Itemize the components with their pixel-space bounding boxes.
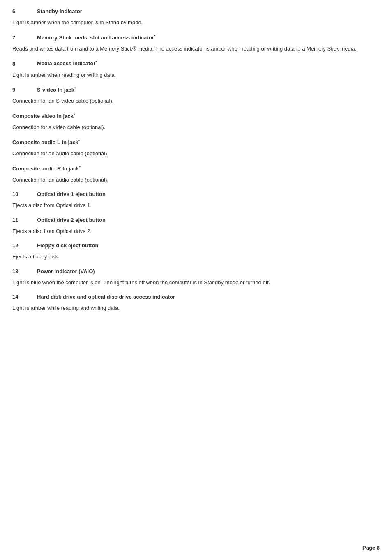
section-body-9: Connection for an S-video cable (optiona… — [12, 97, 380, 105]
section-body-14: Light is amber while reading and writing… — [12, 304, 380, 312]
section-number-12: 12 — [12, 242, 37, 249]
section-header-12: 12Floppy disk eject button — [12, 242, 380, 249]
section-body-10: Ejects a disc from Optical drive 1. — [12, 201, 380, 210]
section-header-6: 6Standby indicator — [12, 8, 380, 14]
section-6: 6Standby indicatorLight is amber when th… — [12, 8, 380, 27]
section-body-composite-audio-l: Connection for an audio cable (optional)… — [12, 150, 380, 158]
section-composite-audio-r: Composite audio R In jack*Connection for… — [12, 165, 380, 184]
section-composite-audio-l: Composite audio L In jack*Connection for… — [12, 139, 380, 158]
section-title-14: Hard disk drive and optical disc drive a… — [37, 294, 175, 300]
section-body-composite-video: Connection for a video cable (optional). — [12, 123, 380, 131]
section-title-7: Memory Stick media slot and access indic… — [37, 34, 155, 41]
section-body-7: Reads and writes data from and to a Memo… — [12, 45, 380, 53]
section-header-14: 14Hard disk drive and optical disc drive… — [12, 294, 380, 300]
page-content: 6Standby indicatorLight is amber when th… — [0, 0, 392, 336]
section-body-11: Ejects a disc from Optical drive 2. — [12, 227, 380, 235]
section-header-11: 11Optical drive 2 eject button — [12, 217, 380, 223]
section-number-6: 6 — [12, 8, 37, 14]
section-number-7: 7 — [12, 35, 37, 41]
section-header-10: 10Optical drive 1 eject button — [12, 191, 380, 197]
section-number-8: 8 — [12, 61, 37, 67]
section-header-composite-audio-r: Composite audio R In jack* — [12, 165, 380, 172]
section-body-6: Light is amber when the computer is in S… — [12, 18, 380, 27]
section-composite-video: Composite video In jack*Connection for a… — [12, 113, 380, 131]
section-header-13: 13Power indicator (VAIO) — [12, 268, 380, 274]
section-title-9: S-video In jack* — [37, 86, 76, 93]
section-title-6: Standby indicator — [37, 8, 82, 14]
section-13: 13Power indicator (VAIO)Light is blue wh… — [12, 268, 380, 287]
section-header-8: 8Media access indicator* — [12, 60, 380, 67]
section-body-12: Ejects a floppy disk. — [12, 253, 380, 261]
page-number: Page 8 — [362, 545, 380, 551]
section-header-9: 9S-video In jack* — [12, 86, 380, 93]
sections-container: 6Standby indicatorLight is amber when th… — [12, 8, 380, 312]
section-header-composite-audio-l: Composite audio L In jack* — [12, 139, 380, 145]
section-title-13: Power indicator (VAIO) — [37, 268, 95, 274]
section-number-11: 11 — [12, 217, 37, 223]
section-header-composite-video: Composite video In jack* — [12, 113, 380, 119]
section-body-8: Light is amber when reading or writing d… — [12, 71, 380, 79]
section-number-9: 9 — [12, 87, 37, 93]
section-9: 9S-video In jack*Connection for an S-vid… — [12, 86, 380, 105]
section-body-composite-audio-r: Connection for an audio cable (optional)… — [12, 176, 380, 184]
section-title-10: Optical drive 1 eject button — [37, 191, 106, 197]
section-header-7: 7Memory Stick media slot and access indi… — [12, 34, 380, 41]
section-12: 12Floppy disk eject buttonEjects a flopp… — [12, 242, 380, 261]
section-7: 7Memory Stick media slot and access indi… — [12, 34, 380, 53]
section-number-14: 14 — [12, 294, 37, 300]
section-10: 10Optical drive 1 eject buttonEjects a d… — [12, 191, 380, 210]
section-number-13: 13 — [12, 268, 37, 274]
section-title-11: Optical drive 2 eject button — [37, 217, 106, 223]
section-number-10: 10 — [12, 191, 37, 197]
page-footer: Page 8 — [362, 545, 380, 551]
section-title-12: Floppy disk eject button — [37, 242, 99, 249]
section-8: 8Media access indicator*Light is amber w… — [12, 60, 380, 79]
section-title-8: Media access indicator* — [37, 60, 97, 67]
section-11: 11Optical drive 2 eject buttonEjects a d… — [12, 217, 380, 235]
section-body-13: Light is blue when the computer is on. T… — [12, 279, 380, 287]
section-14: 14Hard disk drive and optical disc drive… — [12, 294, 380, 312]
